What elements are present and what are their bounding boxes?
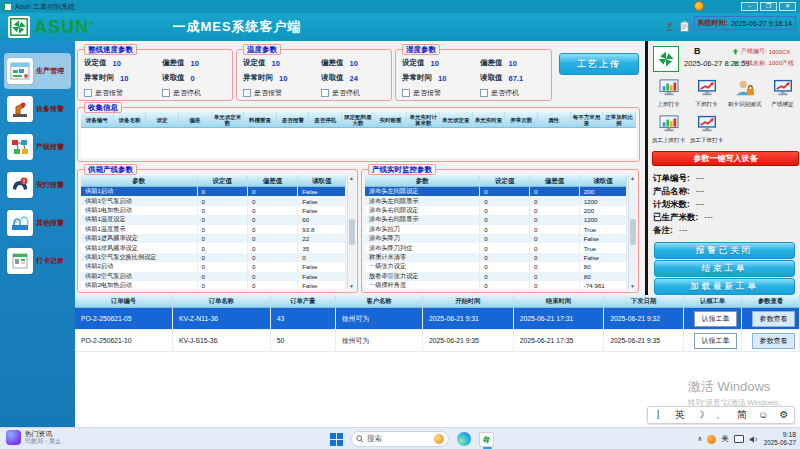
table-row[interactable]: 称重计米清零00False: [365, 253, 627, 262]
table-row[interactable]: 涂布头右间隙显示001200: [365, 215, 627, 224]
action-button-结束工单[interactable]: 结束工单: [654, 260, 795, 277]
sidebar-item-其他报警[interactable]: 其他报警: [4, 205, 71, 241]
param-value-cell: 0: [198, 281, 248, 289]
watermark-line1: 激活 Windows: [688, 378, 786, 396]
tray-expand-chevron[interactable]: ∧: [697, 435, 702, 443]
windows-start-button[interactable]: [330, 433, 343, 446]
ime-item[interactable]: 、: [716, 407, 726, 423]
action-button-加载最新工单[interactable]: 加载最新工单: [654, 278, 795, 295]
alarm-checkbox[interactable]: [243, 89, 251, 97]
column-header: 参数: [81, 175, 198, 186]
table-row[interactable]: 供箱1空气泵交换比例设定000: [81, 253, 346, 262]
table-row[interactable]: 供箱1启动00False: [81, 187, 346, 196]
process-upload-button[interactable]: 工艺上传: [559, 53, 639, 75]
table-row[interactable]: 涂布头左间隙设定00200: [365, 187, 627, 196]
alarm-checkbox-label: 是否报警: [95, 88, 123, 98]
view-params-button[interactable]: 参数查看: [752, 311, 796, 327]
search-highlight-icon: [434, 434, 444, 444]
order-row[interactable]: PO-2-250621-10KV-J-S15-3650徐州可为2025-06-2…: [75, 330, 800, 352]
table-row[interactable]: 涂布头左间隙显示001200: [365, 196, 627, 205]
param-value-cell: 93.8: [298, 225, 346, 234]
claim-order-button[interactable]: 认领工单: [694, 311, 738, 327]
ime-item[interactable]: ⚙: [779, 407, 788, 423]
panel-humidity: 湿度参数 设定值10 偏差值10 异常时间10 读取值67.1 是否报警 是否停…: [395, 49, 552, 101]
write-params-button[interactable]: 参数一键写入设备: [652, 151, 799, 166]
table-row[interactable]: 涂布头降刀00False: [365, 234, 627, 243]
panel-temperature: 温度参数 设定值10 偏差值10 异常时间10 读取值24 是否报警 是否停机: [236, 49, 392, 101]
punch-button-产线绑定[interactable]: 产线绑定: [764, 79, 800, 111]
table-row[interactable]: 供箱1排风频率设定0035: [81, 243, 346, 252]
param-value-cell: 80: [580, 272, 627, 281]
table-row[interactable]: 供箱1电加热启动00False: [81, 206, 346, 215]
stop-checkbox[interactable]: [321, 89, 329, 97]
tray-badge-icon[interactable]: [707, 435, 716, 444]
table-row[interactable]: 供箱1空气泵启动00False: [81, 196, 346, 205]
punch-button-员工下班打卡[interactable]: 员工下班打卡: [688, 115, 725, 147]
edge-browser-icon[interactable]: [457, 432, 471, 446]
table-row[interactable]: 涂布头降刀到位00True: [365, 243, 627, 252]
table-row[interactable]: 供箱2启动00False: [81, 262, 346, 271]
line-number-row: 产线编号: 1000CX: [732, 47, 790, 56]
order-cell: PO-2-250621-05: [75, 308, 173, 329]
maximize-button[interactable]: ❐: [760, 2, 777, 11]
input-language-indicator[interactable]: 美: [721, 434, 729, 444]
ime-item[interactable]: ☽: [696, 407, 705, 423]
sidebar-item-设备报警[interactable]: 设备报警: [4, 91, 71, 127]
alarm-checkbox[interactable]: [402, 89, 410, 97]
minimize-button[interactable]: –: [741, 2, 758, 11]
sidebar-item-安灯报警[interactable]: 安灯报警: [4, 167, 71, 203]
stop-checkbox[interactable]: [480, 89, 488, 97]
search-input[interactable]: 搜索: [351, 431, 449, 447]
claim-order-button[interactable]: 认领工单: [694, 333, 738, 349]
punch-button-下班打卡[interactable]: 下班打卡: [688, 79, 725, 111]
sidebar-item-生产管理[interactable]: 生产管理: [4, 53, 71, 89]
order-row[interactable]: PO-2-250621-05KV-Z-N11-3643徐州可为2025-06-2…: [75, 308, 800, 330]
param-value-cell: 0: [480, 225, 530, 234]
order-cell: 徐州可为: [336, 308, 423, 329]
punch-button-上班打卡[interactable]: 上班打卡: [650, 79, 687, 111]
taskbar-news-widget[interactable]: 热门资讯 民航局：禁止…: [6, 430, 67, 445]
sidebar-item-打卡记录[interactable]: 打卡记录: [4, 243, 71, 279]
table-row[interactable]: 供箱1进风频率设定0022: [81, 234, 346, 243]
table-row[interactable]: 涂布头右间隙设定00200: [365, 206, 627, 215]
view-params-button[interactable]: 参数查看: [752, 333, 796, 349]
param-value-cell: 60: [298, 215, 346, 224]
chart-monitor-icon: [658, 79, 680, 101]
asun-taskbar-icon[interactable]: [479, 432, 494, 447]
tray-date: 2025-06-27: [764, 439, 796, 447]
app-window: Asun 工单控制系统 – ❐ ✕ ASUN® 一成MES系统客户端 系统时间:…: [0, 0, 800, 449]
table-row[interactable]: 供箱2空气泵启动00False: [81, 272, 346, 281]
table-row[interactable]: 供箱1温度显示0093.8: [81, 225, 346, 234]
table-row[interactable]: 供箱1温度设定0060: [81, 215, 346, 224]
ime-item[interactable]: 英: [675, 407, 685, 423]
abnormal-value: 10: [438, 74, 446, 83]
punch-button-员工上班打卡[interactable]: 员工上班打卡: [650, 115, 687, 147]
collect-info-table-body: [81, 128, 636, 158]
table-row[interactable]: 供箱2电加热启动00False: [81, 281, 346, 289]
line-name-label: 产线名称:: [741, 59, 767, 68]
ime-item[interactable]: 简: [737, 407, 747, 423]
punch-button-刷卡识别测试[interactable]: 刷卡识别测试: [726, 79, 763, 111]
stop-checkbox[interactable]: [162, 89, 170, 97]
system-time-label: 系统时间:: [698, 18, 728, 28]
ime-item[interactable]: 丨: [654, 407, 664, 423]
close-button[interactable]: ✕: [779, 2, 796, 11]
os-titlebar: Asun 工单控制系统 – ❐ ✕: [0, 0, 800, 13]
vertical-scrollbar[interactable]: ▲▼: [628, 175, 636, 289]
vertical-scrollbar[interactable]: ▲▼: [347, 175, 355, 289]
table-row[interactable]: 一级摆杆角度00-74.961: [365, 281, 627, 289]
alarm-checkbox[interactable]: [84, 89, 92, 97]
speaker-icon[interactable]: [749, 430, 759, 448]
ime-item[interactable]: ☺: [758, 407, 768, 423]
table-row[interactable]: 涂布头抬刀00True: [365, 225, 627, 234]
action-button-报警已关闭[interactable]: 报警已关闭: [654, 242, 795, 259]
abnormal-value: 10: [279, 74, 287, 83]
table-row[interactable]: 一级张力设定0080: [365, 262, 627, 271]
sidebar-item-产线报警[interactable]: 产线报警: [4, 129, 71, 165]
clock[interactable]: 9:18 2025-06-27: [764, 431, 796, 447]
param-value-cell: False: [298, 262, 346, 271]
table-row[interactable]: 放卷牵引张力设定0080: [365, 272, 627, 281]
set-value: 10: [113, 59, 121, 68]
collect-column-header: 是否停机: [309, 112, 342, 127]
network-monitor-icon[interactable]: [734, 435, 744, 443]
